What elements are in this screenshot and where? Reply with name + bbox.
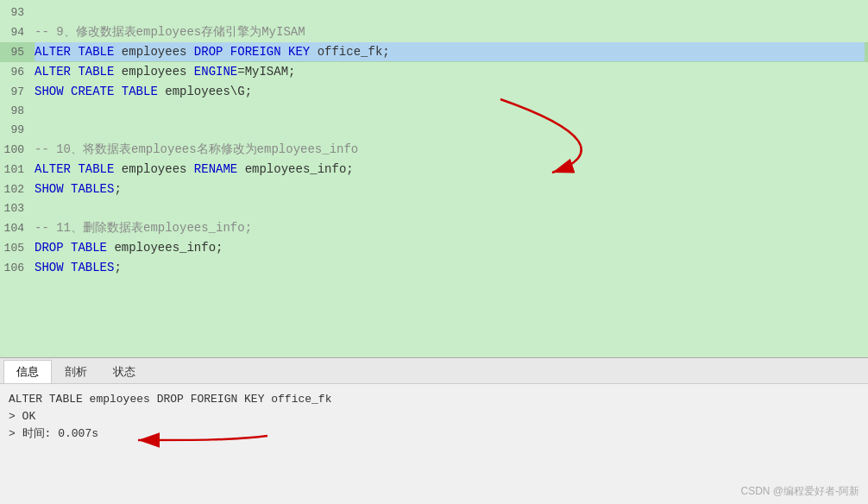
code-line-98: 98 — [0, 102, 868, 121]
line-num-104: 104 — [3, 219, 35, 238]
code-line-104: 104 -- 11、删除数据表employees_info; — [0, 218, 868, 238]
line-num-100: 100 — [3, 141, 35, 160]
line-content-94: -- 9、修改数据表employees存储引擎为MyISAM — [35, 22, 865, 41]
code-line-103: 103 — [0, 199, 868, 218]
line-num-105: 105 — [3, 239, 35, 258]
tab-bar: 信息 剖析 状态 — [0, 358, 868, 384]
line-num-93: 93 — [3, 3, 35, 22]
watermark: CSDN @编程爱好者-阿新 — [740, 484, 859, 499]
main-container: 93 94 -- 9、修改数据表employees存储引擎为MyISAM 95 … — [0, 0, 868, 504]
code-line-101: 101 ALTER TABLE employees RENAME employe… — [0, 160, 868, 180]
tab-info[interactable]: 信息 — [3, 360, 52, 383]
line-content-100: -- 10、将数据表employees名称修改为employees_info — [35, 140, 865, 159]
tab-status[interactable]: 状态 — [100, 360, 148, 383]
line-content-96: ALTER TABLE employees ENGINE=MyISAM; — [35, 62, 865, 81]
line-num-99: 99 — [3, 121, 35, 140]
code-line-105: 105 DROP TABLE employees_info; — [0, 238, 868, 258]
code-line-94: 94 -- 9、修改数据表employees存储引擎为MyISAM — [0, 22, 868, 42]
line-num-101: 101 — [3, 161, 35, 180]
line-num-98: 98 — [3, 102, 35, 121]
line-num-103: 103 — [3, 199, 35, 218]
line-num-102: 102 — [3, 180, 35, 199]
line-content-97: SHOW CREATE TABLE employees\G; — [35, 82, 865, 101]
output-line-3: > 时间: 0.007s — [9, 425, 859, 443]
line-content-104: -- 11、删除数据表employees_info; — [35, 218, 865, 237]
line-num-106: 106 — [3, 259, 35, 278]
code-area: 93 94 -- 9、修改数据表employees存储引擎为MyISAM 95 … — [0, 0, 868, 357]
tab-profile[interactable]: 剖析 — [52, 360, 100, 383]
bottom-panel: 信息 剖析 状态 ALTER TABLE employees DROP FORE… — [0, 357, 868, 504]
line-content-102: SHOW TABLES; — [35, 180, 865, 198]
output-area: ALTER TABLE employees DROP FOREIGN KEY o… — [0, 384, 868, 504]
code-line-97: 97 SHOW CREATE TABLE employees\G; — [0, 82, 868, 102]
code-line-99: 99 — [0, 121, 868, 140]
code-line-96: 96 ALTER TABLE employees ENGINE=MyISAM; — [0, 62, 868, 82]
line-num-94: 94 — [3, 23, 35, 42]
line-num-97: 97 — [3, 83, 35, 102]
code-line-93: 93 — [0, 3, 868, 22]
line-content-105: DROP TABLE employees_info; — [35, 238, 865, 257]
line-content-101: ALTER TABLE employees RENAME employees_i… — [35, 160, 865, 179]
code-line-95[interactable]: 95 ALTER TABLE employees DROP FOREIGN KE… — [0, 42, 868, 62]
code-line-106: 106 SHOW TABLES; — [0, 258, 868, 278]
line-num-96: 96 — [3, 63, 35, 82]
output-line-2: > OK — [9, 408, 859, 425]
line-content-106: SHOW TABLES; — [35, 258, 865, 277]
line-num-95: 95 — [3, 43, 35, 62]
code-line-102: 102 SHOW TABLES; — [0, 180, 868, 199]
line-content-95: ALTER TABLE employees DROP FOREIGN KEY o… — [35, 42, 865, 61]
code-line-100: 100 -- 10、将数据表employees名称修改为employees_in… — [0, 140, 868, 160]
output-line-1: ALTER TABLE employees DROP FOREIGN KEY o… — [9, 391, 859, 408]
